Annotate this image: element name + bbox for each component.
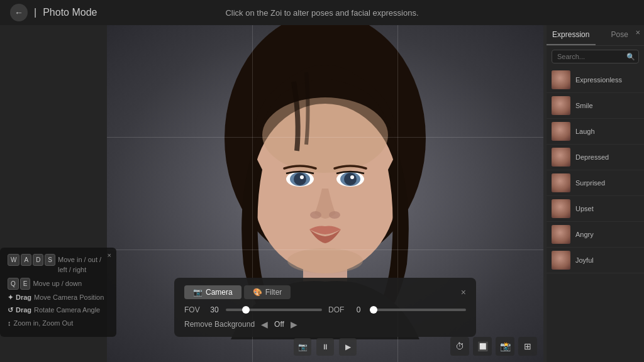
camera-tab-camera[interactable]: 📷 Camera xyxy=(184,285,242,299)
expression-name-laugh: Laugh xyxy=(575,128,595,135)
svg-point-13 xyxy=(329,211,340,219)
shortcut-qe: Q E Move up / down xyxy=(8,278,109,290)
remove-bg-label: Remove Background xyxy=(184,320,255,329)
expression-name-depressed: Depressed xyxy=(575,153,609,161)
expression-item-smile[interactable]: Smile xyxy=(547,93,644,119)
expression-thumb-expressionless xyxy=(552,70,570,89)
expression-item-upset[interactable]: Upset xyxy=(547,196,644,222)
key-s: S xyxy=(45,254,55,266)
remove-bg-row: Remove Background ◀ Off ▶ xyxy=(184,319,466,329)
panel-tabs: Expression Pose xyxy=(547,25,644,46)
key-a: A xyxy=(21,254,31,266)
camera-icon: 📷 xyxy=(193,288,203,297)
key-w: W xyxy=(8,254,19,266)
remove-bg-value: Off xyxy=(274,320,284,329)
svg-point-12 xyxy=(310,211,321,219)
face-detect-button[interactable]: 🔲 xyxy=(473,337,492,356)
header-hint: Click on the Zoi to alter poses and faci… xyxy=(225,8,418,18)
panel-search: 🔍 xyxy=(547,46,644,67)
fov-slider[interactable] xyxy=(226,309,322,311)
dof-value: 0 xyxy=(352,305,365,314)
remove-bg-arrow-right[interactable]: ▶ xyxy=(291,319,297,329)
key-q: Q xyxy=(8,278,19,290)
svg-point-3 xyxy=(262,97,388,173)
play-button[interactable]: ▶ xyxy=(339,338,357,356)
expression-thumb-angry xyxy=(552,225,570,244)
shortcut-drag-rotate-label: Drag xyxy=(16,305,31,315)
header-title: Photo Mode xyxy=(43,7,97,18)
svg-point-11 xyxy=(350,175,354,179)
expression-list: ExpressionlessSmileLaughDepressedSurpris… xyxy=(547,67,644,357)
shortcut-drag-rotate-icon: ↺ xyxy=(8,305,13,315)
playback-controls: 📷 ⏸ ▶ xyxy=(294,338,357,356)
key-e: E xyxy=(20,278,31,290)
shortcut-drag-move-label: Drag xyxy=(16,292,31,303)
expression-item-joyful[interactable]: Joyful xyxy=(547,248,644,273)
fov-slider-group: FOV 30 xyxy=(184,305,322,314)
crop-button[interactable]: ⊞ xyxy=(518,337,537,356)
filter-icon: 🎨 xyxy=(253,288,262,297)
search-icon: 🔍 xyxy=(626,53,635,61)
shortcut-wasd-desc: Move in / out / left / right xyxy=(58,255,109,275)
expression-thumb-depressed xyxy=(552,148,570,167)
expression-item-laugh[interactable]: Laugh xyxy=(547,119,644,145)
header: ← | Photo Mode Click on the Zoi to alter… xyxy=(0,0,644,25)
shortcut-zoom-icon: ↕ xyxy=(8,318,11,329)
expression-thumb-surprised xyxy=(552,173,570,192)
expression-thumb-joyful xyxy=(552,251,570,270)
tab-expression[interactable]: Expression xyxy=(547,25,596,45)
timer-action-button[interactable]: ⏱ xyxy=(450,337,469,356)
dof-slider[interactable] xyxy=(370,309,466,311)
expression-name-surprised: Surprised xyxy=(575,179,605,187)
shortcut-qe-desc: Move up / down xyxy=(33,278,82,289)
shortcut-zoom: ↕ Zoom in, Zoom Out xyxy=(8,318,109,329)
expression-thumb-upset xyxy=(552,199,570,218)
shortcut-drag-move-desc: Move Camera Position xyxy=(34,292,104,303)
shortcut-qe-keys: Q E xyxy=(8,278,30,290)
camera-shot-button[interactable]: 📸 xyxy=(496,337,514,356)
shortcut-wasd: W A D S Move in / out / left / right xyxy=(8,254,109,275)
dof-label: DOF xyxy=(328,305,347,314)
shortcut-drag-move-icon: ✦ xyxy=(8,292,13,303)
right-panel: × Expression Pose 🔍 ExpressionlessSmileL… xyxy=(547,25,644,362)
expression-item-surprised[interactable]: Surprised xyxy=(547,170,644,196)
expression-item-expressionless[interactable]: Expressionless xyxy=(547,67,644,93)
expression-thumb-laugh xyxy=(552,122,570,141)
shortcuts-close-button[interactable]: × xyxy=(108,251,111,259)
expression-item-angry[interactable]: Angry xyxy=(547,222,644,248)
svg-point-14 xyxy=(287,248,363,273)
expression-name-smile: Smile xyxy=(575,102,593,109)
expression-name-joyful: Joyful xyxy=(575,256,594,264)
key-d: D xyxy=(33,254,43,266)
expression-thumb-smile xyxy=(552,96,570,115)
shortcut-drag-rotate: ↺ Drag Rotate Camera Angle xyxy=(8,305,109,315)
right-panel-close-button[interactable]: × xyxy=(635,28,640,37)
camera-tab-filter[interactable]: 🎨 Filter xyxy=(244,285,291,299)
fov-label: FOV xyxy=(184,305,203,314)
svg-point-6 xyxy=(294,173,306,185)
camera-panel-header: 📷 Camera 🎨 Filter × xyxy=(184,285,466,299)
expression-item-depressed[interactable]: Depressed xyxy=(547,145,644,170)
shortcut-zoom-desc: Zoom in, Zoom Out xyxy=(14,318,74,329)
svg-point-10 xyxy=(344,173,357,185)
screenshot-button[interactable]: 📷 xyxy=(294,338,311,356)
header-separator: | xyxy=(34,7,36,18)
svg-point-7 xyxy=(300,175,304,179)
camera-tabs: 📷 Camera 🎨 Filter xyxy=(184,285,291,299)
shortcut-wasd-keys: W A D S xyxy=(8,254,55,266)
shortcut-drag-rotate-desc: Rotate Camera Angle xyxy=(34,305,100,315)
expression-name-expressionless: Expressionless xyxy=(575,76,622,84)
go-back-button[interactable]: ← xyxy=(10,4,28,21)
shortcut-drag-move: ✦ Drag Move Camera Position xyxy=(8,292,109,303)
viewport: 📷 Camera 🎨 Filter × FOV 30 DOF 0 xyxy=(107,25,543,362)
camera-panel-close-button[interactable]: × xyxy=(461,287,466,297)
dof-slider-group: DOF 0 xyxy=(328,305,466,314)
shortcuts-panel: × W A D S Move in / out / left / right Q… xyxy=(0,248,116,337)
viewport-actions: ⏱ 🔲 📸 ⊞ xyxy=(450,337,537,356)
remove-bg-arrow-left[interactable]: ◀ xyxy=(261,319,268,329)
slider-row: FOV 30 DOF 0 xyxy=(184,305,466,314)
camera-panel: 📷 Camera 🎨 Filter × FOV 30 DOF 0 xyxy=(174,278,476,337)
expression-name-angry: Angry xyxy=(575,231,594,238)
pause-button[interactable]: ⏸ xyxy=(316,338,334,356)
expression-name-upset: Upset xyxy=(575,205,594,212)
